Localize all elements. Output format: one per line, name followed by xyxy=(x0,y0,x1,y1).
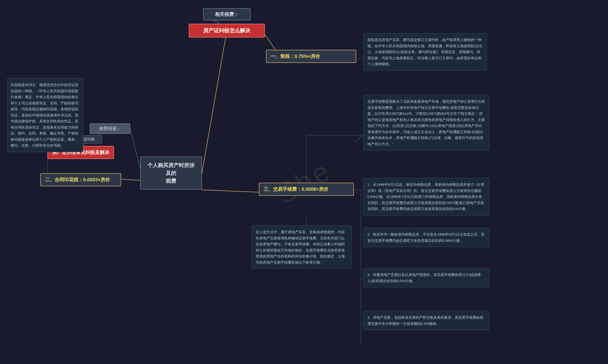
transaction-right3-node: 3、存量房地产交易以及以房地产抵债的，其交易手续费由受让方(或债券人)按房屋总价… xyxy=(363,268,489,287)
left-text-content: 印花税是对书立、领受经济交往中的凭证所征收的一种税。《中华人民共和国印花税暂行条… xyxy=(11,83,78,147)
transaction-fee-text: 三、交易手续费：0.0008×房价 xyxy=(264,186,328,192)
related-tax-label-text: 相关税费： xyxy=(215,12,239,17)
transaction-desc-node: 交易手续费是国家为了活跃和发展房地产市场，规范房地产转让管理行为而设定收取的费用… xyxy=(363,95,489,150)
svg-line-10 xyxy=(354,135,363,142)
transaction-right1-text: 1、从1996年8月1日起，购买外销商品房，高标准内销商品房并签订《出售合同》或… xyxy=(367,182,485,211)
stamp-tax-text: 二、合同印花税：0.0003×房价 xyxy=(45,177,110,182)
svg-line-9 xyxy=(202,190,259,192)
recommend-label-text: 推荐阅读： xyxy=(99,126,121,131)
watermark-text: She xyxy=(271,153,337,210)
recommend-label-node: 推荐阅读： xyxy=(90,123,130,134)
transaction-right2-node: 2、购买本市一般标准内销商品房，不论是在1996年8月1日之前或之后，其首次交易… xyxy=(363,228,489,247)
left-text-node: 印花税是对书立、领受经济交往中的凭证所征收的一种税。《中华人民共和国印花税暂行条… xyxy=(7,78,83,152)
qi-tax-desc-text: 契税是在房地产买卖、赠与或交换订立契约时，由产权承受人缴纳的一种税。在中华人民共… xyxy=(367,38,483,66)
bottom-left-desc-text: 在上述方式中，属于房地产买卖、交换或者抵债的，均应向房地产交易管理机构缴纳交易手… xyxy=(256,230,345,264)
transaction-right1-node: 1、从1996年8月1日起，购买外销商品房，高标准内销商品房并签订《出售合同》或… xyxy=(363,178,489,215)
svg-line-4 xyxy=(121,179,140,180)
transaction-right2-text: 2、购买本市一般标准内销商品房，不论是在1996年8月1日之前或之后，其首次交易… xyxy=(367,232,485,243)
qi-tax-node: 一、契税：0.75%×房价 xyxy=(266,50,356,63)
related-tax-label-node: 相关税费： xyxy=(203,8,251,20)
central-label: 个人购买房产时所涉及的 税费 xyxy=(148,162,194,184)
qi-tax-text: 一、契税：0.75%×房价 xyxy=(271,54,320,59)
how-resolve-text: 房产证纠纷怎么解决 xyxy=(203,27,250,33)
transaction-right4-text: 4、房地产交换，包括私有住房的产权交换及差价换房，其交易手续费由房屋交换中支付差… xyxy=(367,315,483,325)
mind-map-canvas: She xyxy=(0,0,608,364)
transaction-fee-node: 三、交易手续费：0.0008×房价 xyxy=(259,183,354,196)
central-node: 个人购买房产时所涉及的 税费 xyxy=(140,156,202,190)
transaction-right3-text: 3、存量房地产交易以及以房地产抵债的，其交易手续费由受让方(或债券人)按房屋总价… xyxy=(367,273,481,283)
svg-line-1 xyxy=(130,128,140,169)
transaction-right4-node: 4、房地产交换，包括私有住房的产权交换及差价换房，其交易手续费由房屋交换中支付差… xyxy=(363,311,489,330)
qi-tax-desc-node: 契税是在房地产买卖、赠与或交换订立契约时，由产权承受人缴纳的一种税。在中华人民共… xyxy=(363,33,487,71)
stamp-tax-node: 二、合同印花税：0.0003×房价 xyxy=(40,173,121,186)
how-resolve-node[interactable]: 房产证纠纷怎么解决 xyxy=(189,24,265,38)
svg-line-8 xyxy=(356,57,363,59)
bottom-left-desc-node: 在上述方式中，属于房地产买卖、交换或者抵债的，均应向房地产交易管理机构缴纳交易手… xyxy=(252,225,351,269)
svg-line-0 xyxy=(202,31,227,173)
transaction-desc-text: 交易手续费是国家为了活跃和发展房地产市场，规范房地产转让管理行为而设定收取的费用… xyxy=(367,99,485,146)
